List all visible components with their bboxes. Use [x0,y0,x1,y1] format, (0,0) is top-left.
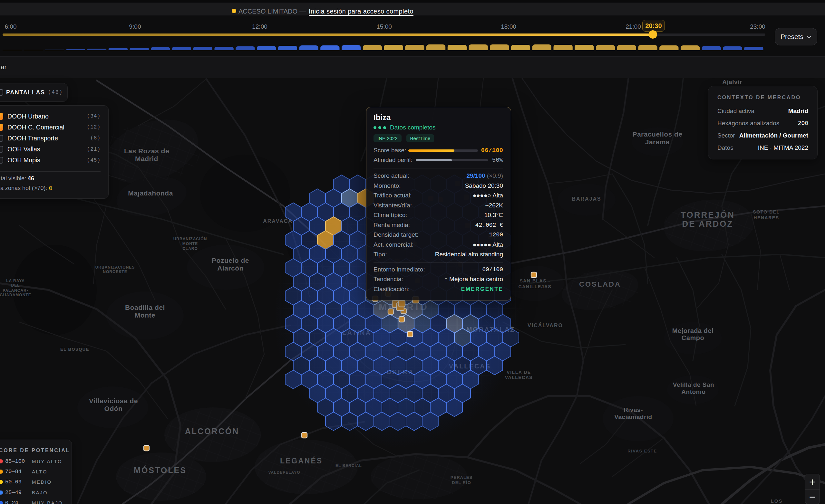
svg-text:Vaciamadrid: Vaciamadrid [614,414,652,420]
svg-text:PALANCAR-: PALANCAR- [3,288,28,293]
svg-text:ALCORCÓN: ALCORCÓN [185,426,239,436]
svg-text:URBANIZACIÓN: URBANIZACIÓN [173,236,207,241]
svg-text:EL BERCIAL: EL BERCIAL [335,464,362,468]
svg-text:Mejorada del: Mejorada del [672,327,714,334]
svg-text:LA RAYA: LA RAYA [6,278,25,283]
svg-text:VILLA DE: VILLA DE [507,370,531,375]
svg-text:SOTO DEL: SOTO DEL [753,209,779,215]
svg-text:Alarcón: Alarcón [217,264,244,272]
svg-text:BARAJAS: BARAJAS [572,196,601,201]
svg-text:URBANIZACIONES: URBANIZACIONES [95,265,135,269]
svg-text:Odón: Odón [104,405,123,412]
svg-text:Monte: Monte [135,312,155,319]
svg-text:EL BOSQUE: EL BOSQUE [60,347,89,352]
svg-text:VICÁLVARO: VICÁLVARO [528,322,563,328]
svg-text:Las Rozas de: Las Rozas de [124,147,169,155]
svg-text:Villaviciosa de: Villaviciosa de [89,397,138,405]
svg-text:HENARES: HENARES [754,215,779,220]
svg-text:DE ARDOZ: DE ARDOZ [682,219,734,229]
svg-text:VALDEPELAYO: VALDEPELAYO [268,470,300,475]
svg-text:Ajalvir: Ajalvir [722,79,742,85]
svg-text:MÓSTOLES: MÓSTOLES [134,466,186,475]
svg-text:COSLADA: COSLADA [579,280,621,288]
svg-text:Rivas-: Rivas- [623,406,643,413]
svg-text:Majadahonda: Majadahonda [128,189,173,197]
svg-text:Paracuellos de: Paracuellos de [632,131,682,138]
svg-text:ARAVACA: ARAVACA [263,218,293,224]
svg-text:DEL: DEL [11,283,20,287]
svg-text:Boadilla del: Boadilla del [125,304,165,311]
svg-text:MONTE: MONTE [182,242,198,246]
svg-text:LEGANÉS: LEGANÉS [280,456,322,465]
svg-text:VALLECAS: VALLECAS [505,375,533,380]
svg-text:Velilla de San: Velilla de San [673,381,714,388]
svg-text:GUADAMONTE: GUADAMONTE [0,293,31,297]
svg-text:NOROESTE: NOROESTE [103,269,127,274]
svg-text:Madrid: Madrid [135,155,158,162]
svg-text:RIVAS ESTE: RIVAS ESTE [627,448,657,453]
svg-text:CLARO: CLARO [182,246,198,251]
svg-text:TORREJÓN: TORREJÓN [681,210,735,220]
svg-text:Jarama: Jarama [645,138,670,146]
svg-text:Campo: Campo [682,334,704,341]
svg-text:PERALES: PERALES [451,475,472,480]
svg-text:CANILLEJAS: CANILLEJAS [519,284,552,289]
svg-text:LOS: LOS [771,498,783,504]
svg-text:DEL RÍO: DEL RÍO [452,480,471,485]
svg-text:SAN BLAS -: SAN BLAS - [520,278,550,283]
svg-text:Pozuelo de: Pozuelo de [212,257,249,264]
svg-text:Antonio: Antonio [681,389,705,395]
